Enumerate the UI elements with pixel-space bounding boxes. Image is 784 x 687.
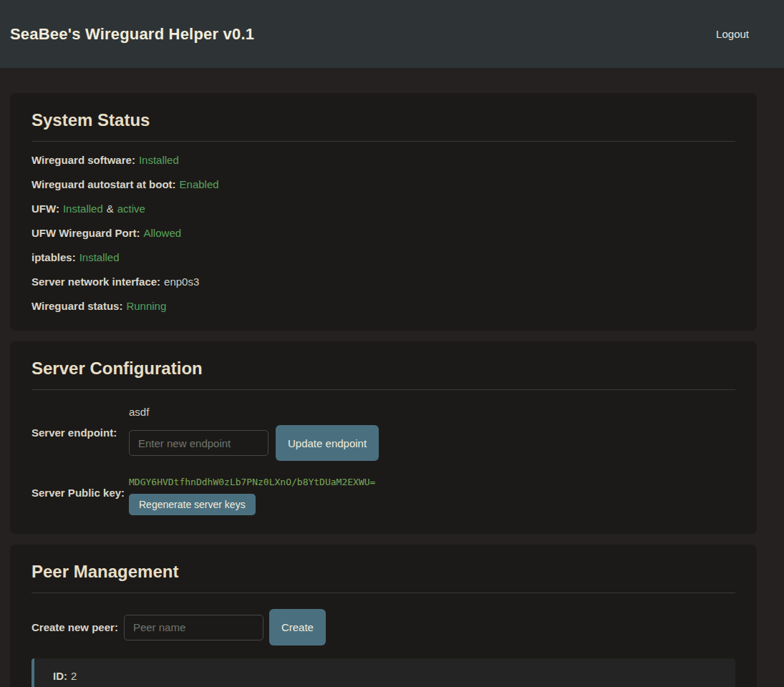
status-row-iptables: iptables:Installed (32, 251, 735, 263)
server-public-key-value: MDGY6HVDtfhnDdhW0zLb7PNz0LXnO/b8YtDUaM2E… (129, 477, 375, 487)
status-value: Installed (63, 203, 103, 215)
server-public-key-label: Server Public key: (32, 487, 129, 515)
status-row-network-interface: Server network interface:enp0s3 (32, 276, 735, 288)
section-divider (32, 593, 735, 593)
status-label: Wireguard status: (32, 300, 122, 312)
server-public-key-row: Server Public key: MDGY6HVDtfhnDdhW0zLb7… (32, 477, 735, 515)
peer-name-input[interactable] (124, 615, 263, 640)
status-value: Installed (139, 154, 179, 166)
status-label: Server network interface: (32, 276, 160, 288)
status-row-ufw-port: UFW Wireguard Port:Allowed (32, 227, 735, 239)
system-status-card: System Status Wireguard software:Install… (10, 93, 757, 331)
regenerate-server-keys-button[interactable]: Regenerate server keys (129, 494, 256, 515)
system-status-title: System Status (32, 110, 735, 130)
status-value: enp0s3 (164, 276, 199, 288)
status-value: Allowed (144, 227, 182, 239)
status-value: Running (126, 300, 166, 312)
status-row-autostart: Wireguard autostart at boot:Enabled (32, 178, 735, 190)
create-peer-label: Create new peer: (32, 621, 118, 633)
create-peer-row: Create new peer: Create (32, 609, 735, 645)
page-title: SeaBee's Wireguard Helper v0.1 (10, 25, 254, 44)
server-endpoint-label: Server endpoint: (32, 427, 129, 461)
peer-list-item: ID:2 Name:asdf Public Key:ckyOHj5Bk8707g… (32, 658, 735, 687)
server-configuration-title: Server Configuration (32, 359, 735, 379)
status-value-2: active (117, 203, 145, 215)
server-endpoint-group: asdf Update endpoint (129, 406, 379, 461)
server-public-key-group: MDGY6HVDtfhnDdhW0zLb7PNz0LXnO/b8YtDUaM2E… (129, 477, 375, 515)
app-header: SeaBee's Wireguard Helper v0.1 Logout (0, 0, 784, 68)
peer-management-title: Peer Management (32, 562, 735, 582)
status-row-ufw: UFW:Installed&active (32, 203, 735, 215)
peer-id-line: ID:2 (53, 670, 717, 682)
status-label: UFW Wireguard Port: (32, 227, 140, 239)
logout-link[interactable]: Logout (716, 28, 749, 40)
status-separator: & (107, 203, 114, 215)
peer-id-value: 2 (71, 670, 77, 682)
status-label: Wireguard autostart at boot: (32, 178, 176, 190)
update-endpoint-button[interactable]: Update endpoint (276, 425, 379, 461)
status-value: Enabled (180, 178, 219, 190)
section-divider (32, 141, 735, 142)
server-configuration-card: Server Configuration Server endpoint: as… (10, 341, 757, 534)
peer-id-label: ID: (53, 670, 67, 682)
section-divider (32, 389, 735, 390)
main-content: System Status Wireguard software:Install… (0, 68, 784, 687)
status-label: Wireguard software: (32, 154, 135, 166)
status-row-wireguard-software: Wireguard software:Installed (32, 154, 735, 166)
status-label: UFW: (32, 203, 59, 215)
server-endpoint-row: Server endpoint: asdf Update endpoint (32, 406, 735, 461)
endpoint-input[interactable] (129, 430, 268, 456)
peer-management-card: Peer Management Create new peer: Create … (10, 545, 757, 687)
create-peer-button[interactable]: Create (269, 609, 326, 645)
server-endpoint-current-value: asdf (129, 406, 379, 418)
status-row-wireguard-status: Wireguard status:Running (32, 300, 735, 312)
status-value: Installed (79, 251, 120, 263)
status-label: iptables: (32, 251, 76, 263)
